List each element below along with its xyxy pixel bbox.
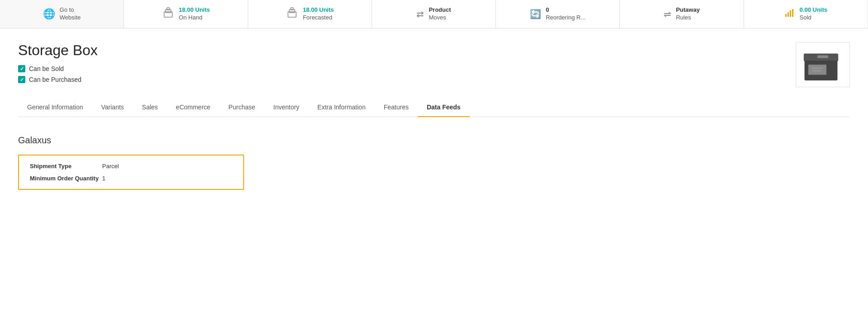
units-on-hand-value: 18.00 Units bbox=[179, 6, 210, 14]
stat-go-to-website[interactable]: 🌐 Go to Website bbox=[0, 0, 124, 28]
product-moves-label: Moves bbox=[429, 14, 451, 22]
tab-inventory[interactable]: Inventory bbox=[264, 98, 309, 117]
can-be-purchased-label: Can be Purchased bbox=[29, 76, 81, 83]
units-sold-label: Sold bbox=[800, 14, 827, 22]
svg-rect-5 bbox=[291, 8, 293, 10]
product-title: Storage Box bbox=[18, 42, 98, 59]
units-forecasted-value: 18.00 Units bbox=[303, 6, 334, 14]
stat-units-on-hand[interactable]: 18.00 Units On Hand bbox=[124, 0, 248, 28]
minimum-order-row: Minimum Order Quantity 1 bbox=[30, 175, 232, 182]
product-info: Storage Box Can be Sold Can be Purchased bbox=[18, 42, 98, 87]
stat-putaway-rules[interactable]: ⇌ Putaway Rules bbox=[620, 0, 744, 28]
svg-rect-7 bbox=[788, 12, 789, 17]
units-on-hand-label: On Hand bbox=[179, 14, 210, 22]
putaway-label: Rules bbox=[676, 14, 700, 22]
shipment-type-value: Parcel bbox=[102, 163, 119, 170]
tab-ecommerce[interactable]: eCommerce bbox=[167, 98, 219, 117]
minimum-order-value: 1 bbox=[102, 175, 105, 182]
tab-features[interactable]: Features bbox=[375, 98, 418, 117]
reordering-value: 0 bbox=[546, 6, 585, 14]
box-forecast-icon bbox=[286, 6, 298, 22]
stat-units-sold[interactable]: 0.00 Units Sold bbox=[744, 0, 868, 28]
stat-units-forecasted[interactable]: 18.00 Units Forecasted bbox=[248, 0, 372, 28]
can-be-purchased-checkbox[interactable] bbox=[18, 76, 25, 83]
galaxus-data-box: Shipment Type Parcel Minimum Order Quant… bbox=[18, 155, 244, 190]
can-be-sold-checkbox[interactable] bbox=[18, 65, 25, 72]
units-sold-value: 0.00 Units bbox=[800, 6, 827, 14]
tab-general-information[interactable]: General Information bbox=[18, 98, 92, 117]
tabs-container: General Information Variants Sales eComm… bbox=[18, 98, 850, 117]
globe-icon: 🌐 bbox=[43, 8, 55, 20]
shipment-type-row: Shipment Type Parcel bbox=[30, 163, 232, 170]
svg-rect-6 bbox=[785, 14, 787, 17]
tab-variants[interactable]: Variants bbox=[92, 98, 133, 117]
data-feeds-section: Galaxus Shipment Type Parcel Minimum Ord… bbox=[18, 135, 850, 199]
box-stack-icon bbox=[162, 6, 175, 22]
product-header: Storage Box Can be Sold Can be Purchased bbox=[18, 42, 850, 87]
svg-rect-8 bbox=[790, 10, 791, 17]
svg-rect-9 bbox=[792, 9, 793, 17]
can-be-sold-row: Can be Sold bbox=[18, 65, 98, 72]
galaxus-heading: Galaxus bbox=[18, 135, 850, 146]
refresh-icon: 🔄 bbox=[530, 9, 541, 19]
shipment-type-key: Shipment Type bbox=[30, 163, 102, 170]
tab-purchase[interactable]: Purchase bbox=[219, 98, 264, 117]
stat-product-moves[interactable]: ⇄ Product Moves bbox=[372, 0, 496, 28]
svg-rect-12 bbox=[817, 55, 828, 58]
go-to-website-line2: Website bbox=[60, 14, 81, 22]
svg-rect-13 bbox=[808, 65, 826, 75]
can-be-sold-label: Can be Sold bbox=[29, 65, 64, 72]
tab-extra-information[interactable]: Extra Information bbox=[308, 98, 375, 117]
stat-reordering-rules[interactable]: 🔄 0 Reordering R... bbox=[496, 0, 620, 28]
main-content: Storage Box Can be Sold Can be Purchased bbox=[0, 28, 868, 208]
units-forecasted-label: Forecasted bbox=[303, 14, 334, 22]
go-to-website-line1: Go to bbox=[60, 6, 81, 14]
reordering-label: Reordering R... bbox=[546, 14, 585, 22]
minimum-order-key: Minimum Order Quantity bbox=[30, 175, 102, 182]
arrows-icon: ⇄ bbox=[416, 9, 424, 19]
stat-bar: 🌐 Go to Website 18.00 Units On Hand bbox=[0, 0, 868, 28]
product-moves-value: Product bbox=[429, 6, 451, 14]
chart-icon bbox=[784, 8, 795, 21]
tab-sales[interactable]: Sales bbox=[133, 98, 167, 117]
putaway-icon: ⇌ bbox=[664, 9, 671, 19]
product-image bbox=[796, 42, 850, 87]
putaway-value: Putaway bbox=[676, 6, 700, 14]
svg-rect-2 bbox=[167, 8, 170, 10]
can-be-purchased-row: Can be Purchased bbox=[18, 76, 98, 83]
tab-data-feeds[interactable]: Data Feeds bbox=[418, 98, 470, 117]
